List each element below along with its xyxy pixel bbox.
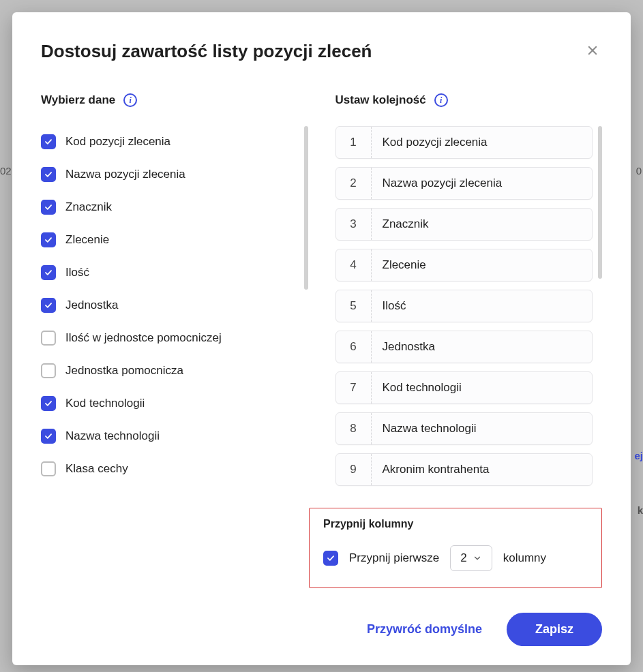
order-item-number: 5 <box>336 290 372 322</box>
select-data-item[interactable]: Ilość <box>41 257 299 290</box>
modal-header: Dostosuj zawartość listy pozycji zleceń <box>41 41 602 62</box>
modal-body: Wybierz dane i Kod pozycji zleceniaNazwa… <box>41 93 602 490</box>
order-item-number: 2 <box>336 168 372 199</box>
info-icon[interactable]: i <box>123 93 137 107</box>
checkbox[interactable] <box>41 298 56 313</box>
select-data-item-label: Jednostka pomocnicza <box>65 364 183 378</box>
select-data-item[interactable]: Klasa cechy <box>41 453 299 476</box>
order-item-label: Znacznik <box>372 209 593 240</box>
select-data-item-label: Znacznik <box>65 200 112 214</box>
checkbox[interactable] <box>41 363 56 378</box>
check-icon <box>44 399 53 408</box>
order-item-label: Zlecenie <box>372 249 593 281</box>
select-data-item-label: Kod technologii <box>65 397 145 410</box>
check-icon <box>44 431 53 441</box>
order-item-label: Nazwa technologii <box>372 413 593 444</box>
modal-footer: Przywróć domyślne Zapisz <box>41 613 602 646</box>
select-data-item[interactable]: Znacznik <box>41 192 299 224</box>
select-data-item[interactable]: Jednostka <box>41 290 299 322</box>
select-data-item-label: Ilość w jednostce pomocniczej <box>65 331 222 345</box>
order-list-item[interactable]: 5Ilość <box>335 290 593 322</box>
order-list-item[interactable]: 4Zlecenie <box>335 249 593 281</box>
pin-count-select[interactable]: 2 <box>450 545 492 571</box>
select-data-item[interactable]: Kod pozycji zlecenia <box>41 126 299 159</box>
order-item-label: Akronim kontrahenta <box>372 454 593 485</box>
bg-fragment: 02 <box>0 165 12 177</box>
order-item-number: 4 <box>336 249 372 281</box>
order-list-item[interactable]: 9Akronim kontrahenta <box>335 453 593 486</box>
order-item-label: Nazwa pozycji zlecenia <box>372 168 593 199</box>
select-data-item-label: Kod pozycji zlecenia <box>65 135 170 149</box>
order-title: Ustaw kolejność <box>335 93 426 107</box>
close-icon <box>586 44 599 57</box>
pin-columns-checkbox[interactable] <box>323 551 338 566</box>
checkbox[interactable] <box>41 167 56 182</box>
restore-defaults-button[interactable]: Przywróć domyślne <box>367 622 482 637</box>
order-list-item[interactable]: 6Jednostka <box>335 331 593 363</box>
select-data-list: Kod pozycji zleceniaNazwa pozycji zlecen… <box>41 126 299 490</box>
order-list-item[interactable]: 7Kod technologii <box>335 371 593 404</box>
check-icon <box>44 235 53 245</box>
checkbox[interactable] <box>41 134 56 149</box>
pin-columns-title: Przypnij kolumny <box>323 518 588 530</box>
select-data-item[interactable]: Nazwa pozycji zlecenia <box>41 159 299 192</box>
select-data-item[interactable]: Ilość w jednostce pomocniczej <box>41 322 299 355</box>
checkbox[interactable] <box>41 461 56 476</box>
select-data-item-label: Klasa cechy <box>65 462 128 476</box>
checkbox[interactable] <box>41 232 56 247</box>
select-data-item[interactable]: Nazwa technologii <box>41 421 299 453</box>
select-data-item[interactable]: Kod technologii <box>41 388 299 421</box>
order-list-item[interactable]: 1Kod pozycji zlecenia <box>335 126 593 159</box>
pin-columns-box: Przypnij kolumny Przypnij pierwsze 2 kol… <box>309 508 602 588</box>
order-column: Ustaw kolejność i 1Kod pozycji zlecenia2… <box>335 93 603 490</box>
check-icon <box>44 301 53 310</box>
order-item-label: Kod technologii <box>372 372 593 403</box>
bg-fragment: k <box>638 504 643 516</box>
checkbox[interactable] <box>41 331 56 346</box>
close-button[interactable] <box>583 41 602 60</box>
bg-fragment: ej <box>634 450 643 461</box>
order-item-label: Kod pozycji zlecenia <box>372 127 593 158</box>
save-button[interactable]: Zapisz <box>507 613 602 646</box>
select-data-item-label: Nazwa pozycji zlecenia <box>65 168 185 181</box>
pin-label-after: kolumny <box>503 551 546 565</box>
scrollbar[interactable] <box>304 126 308 290</box>
order-list-item[interactable]: 8Nazwa technologii <box>335 412 593 445</box>
select-data-item-label: Jednostka <box>65 299 119 312</box>
checkbox[interactable] <box>41 396 56 411</box>
order-header: Ustaw kolejność i <box>335 93 603 107</box>
order-list-item[interactable]: 2Nazwa pozycji zlecenia <box>335 167 593 200</box>
pin-columns-row: Przypnij pierwsze 2 kolumny <box>323 545 588 571</box>
checkbox[interactable] <box>41 200 56 215</box>
check-icon <box>44 202 53 212</box>
check-icon <box>44 268 53 277</box>
select-data-column: Wybierz dane i Kod pozycji zleceniaNazwa… <box>41 93 308 490</box>
order-item-number: 7 <box>336 372 372 403</box>
select-data-title: Wybierz dane <box>41 93 115 107</box>
order-item-number: 9 <box>336 454 372 485</box>
select-data-scroll: Kod pozycji zleceniaNazwa pozycji zlecen… <box>41 126 308 490</box>
order-scroll: 1Kod pozycji zlecenia2Nazwa pozycji zlec… <box>335 126 603 490</box>
chevron-down-icon <box>473 553 482 563</box>
order-list: 1Kod pozycji zlecenia2Nazwa pozycji zlec… <box>335 126 593 490</box>
info-icon[interactable]: i <box>434 93 448 107</box>
checkbox[interactable] <box>41 429 56 444</box>
order-item-label: Ilość <box>372 290 593 322</box>
order-item-number: 1 <box>336 127 372 158</box>
customize-columns-modal: Dostosuj zawartość listy pozycji zleceń … <box>12 12 631 665</box>
scrollbar[interactable] <box>598 126 602 279</box>
select-data-item[interactable]: Zlecenie <box>41 224 299 257</box>
bg-fragment: 0 <box>636 165 642 177</box>
select-data-item-label: Nazwa technologii <box>65 429 160 443</box>
checkbox[interactable] <box>41 265 56 280</box>
check-icon <box>44 137 53 147</box>
order-item-number: 6 <box>336 331 372 363</box>
check-icon <box>44 170 53 179</box>
order-list-item[interactable]: 3Znacznik <box>335 208 593 241</box>
order-item-number: 3 <box>336 209 372 240</box>
select-data-header: Wybierz dane i <box>41 93 308 107</box>
select-data-item[interactable]: Jednostka pomocnicza <box>41 355 299 388</box>
order-item-number: 8 <box>336 413 372 444</box>
select-data-item-label: Zlecenie <box>65 233 109 247</box>
select-data-item-label: Ilość <box>65 266 89 279</box>
